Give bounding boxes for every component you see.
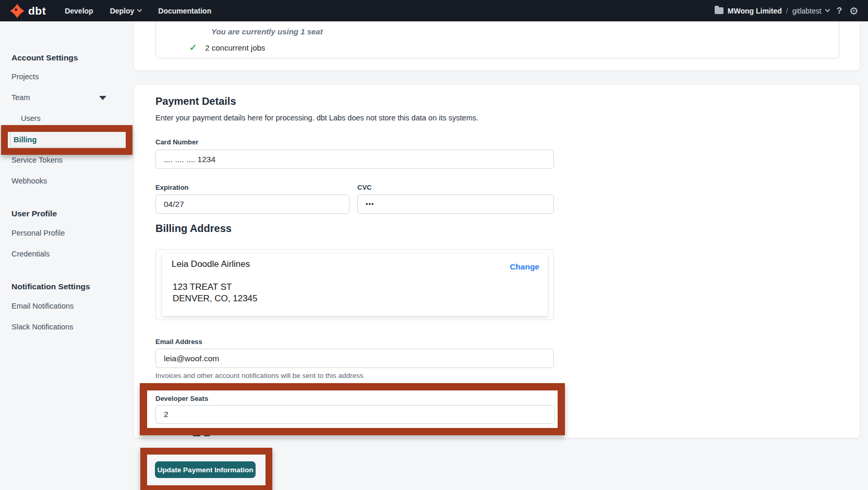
nav-link-documentation[interactable]: Documentation	[158, 7, 211, 15]
email-helper-text: Invoices and other account notifications…	[155, 372, 363, 379]
caret-down-icon[interactable]	[99, 96, 106, 100]
expiration-label: Expiration	[155, 183, 189, 191]
sidebar-item-email-notifications[interactable]: Email Notifications	[11, 302, 74, 310]
obscured-text-remnant	[193, 435, 200, 436]
billing-address-card: Leia Doodle Airlines Change 123 TREAT ST…	[162, 254, 548, 316]
concurrent-jobs-row: ✓ 2 concurrent jobs	[189, 42, 265, 53]
cvc-label: CVC	[357, 183, 371, 191]
sidebar-header-user-profile: User Profile	[11, 209, 57, 218]
dbt-logo-icon	[9, 3, 25, 19]
sidebar-item-service-tokens[interactable]: Service Tokens	[11, 156, 63, 164]
sidebar-item-slack-notifications[interactable]: Slack Notifications	[11, 323, 73, 331]
payment-details-title: Payment Details	[155, 95, 236, 107]
concurrent-jobs-text: 2 concurrent jobs	[205, 43, 265, 52]
billing-address-city: DENVER, CO, 12345	[173, 293, 258, 304]
brand-name: dbt	[28, 5, 46, 17]
email-address-label: Email Address	[155, 338, 202, 346]
account-switcher[interactable]: MWong Limited / gitlabtest	[715, 7, 829, 15]
chevron-down-icon	[825, 7, 830, 13]
sidebar-item-billing-active[interactable]: Billing	[10, 131, 126, 148]
sidebar-item-team[interactable]: Team	[11, 93, 30, 102]
sidebar-item-projects[interactable]: Projects	[11, 72, 39, 81]
seat-usage-note: You are currently using 1 seat	[211, 27, 323, 36]
sidebar-item-webhooks[interactable]: Webhooks	[11, 177, 47, 185]
sidebar-item-users[interactable]: Users	[21, 114, 41, 123]
card-number-label: Card Number	[155, 138, 198, 146]
gear-icon[interactable]: ⚙	[849, 6, 859, 16]
top-nav: dbt Develop Deploy Documentation MWong L…	[0, 0, 868, 21]
sidebar-item-credentials[interactable]: Credentials	[11, 250, 50, 258]
change-address-link[interactable]: Change	[510, 262, 539, 272]
sidebar-header-notification-settings: Notification Settings	[11, 282, 90, 291]
billing-address-street: 123 TREAT ST	[173, 282, 232, 292]
expiration-input[interactable]	[155, 194, 349, 214]
billing-address-title: Billing Address	[155, 223, 232, 235]
breadcrumb-separator: /	[786, 7, 788, 15]
billing-address-name: Leia Doodle Airlines	[172, 259, 250, 270]
sidebar-item-personal-profile[interactable]: Personal Profile	[11, 229, 65, 237]
cvc-input[interactable]	[357, 194, 554, 214]
help-icon[interactable]: ?	[837, 6, 842, 16]
update-payment-button[interactable]: Update Payment Information	[155, 461, 256, 478]
obscured-text-remnant	[204, 434, 210, 436]
sidebar-item-billing-label: Billing	[14, 136, 37, 144]
sidebar-header-account-settings: Account Settings	[11, 53, 78, 63]
payment-details-description: Enter your payment details here for proc…	[155, 114, 478, 122]
billing-address-box: Leia Doodle Airlines Change 123 TREAT ST…	[155, 249, 554, 320]
folder-icon	[715, 7, 724, 14]
nav-links: Develop Deploy Documentation	[65, 7, 211, 15]
chevron-down-icon	[137, 7, 142, 13]
nav-right: MWong Limited / gitlabtest ? ⚙	[715, 0, 859, 21]
check-icon: ✓	[189, 42, 197, 53]
dbt-brand[interactable]: dbt	[9, 3, 46, 19]
nav-link-develop[interactable]: Develop	[65, 7, 93, 15]
project-name: gitlabtest	[792, 7, 822, 15]
developer-seats-label: Developer Seats	[155, 395, 208, 402]
email-address-input[interactable]	[155, 349, 554, 368]
card-number-input[interactable]	[155, 150, 554, 169]
nav-link-deploy[interactable]: Deploy	[110, 7, 142, 15]
developer-seats-input[interactable]	[155, 405, 554, 424]
payment-details-card: Payment Details Enter your payment detai…	[134, 84, 860, 438]
app-root: dbt Develop Deploy Documentation MWong L…	[0, 0, 868, 490]
account-name: MWong Limited	[728, 7, 782, 15]
